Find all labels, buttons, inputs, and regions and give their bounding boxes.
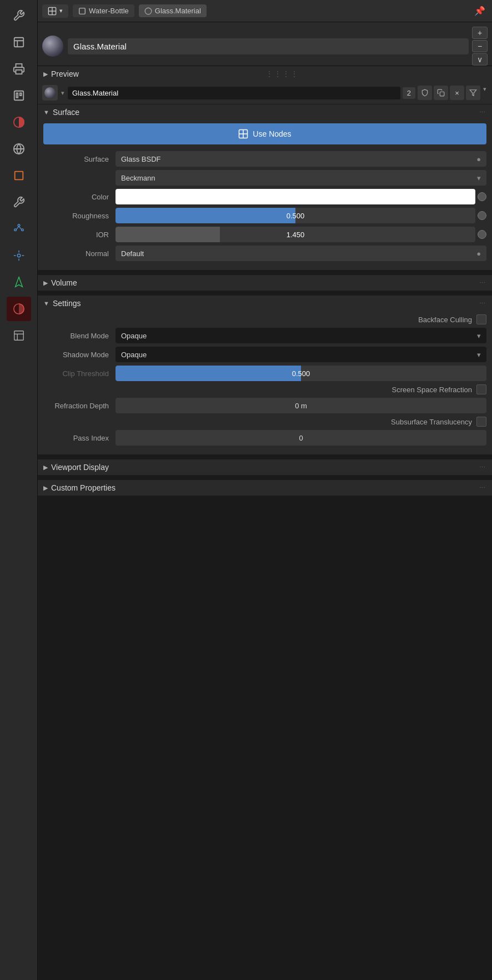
pass-index-input[interactable]: 0	[116, 430, 486, 446]
editor-type-button[interactable]: ▾	[42, 4, 68, 18]
ior-label: IOR	[43, 231, 116, 239]
settings-section-content: Backface Culling Blend Mode Opaque ▾ Sha…	[38, 311, 492, 454]
custom-properties-section-header[interactable]: ▶ Custom Properties ⋯	[38, 480, 492, 496]
sep1	[38, 272, 492, 273]
distribution-row: Beckmann ▾	[43, 170, 486, 186]
volume-drag-dots: ⋯	[479, 279, 486, 287]
use-nodes-button[interactable]: Use Nodes	[43, 123, 486, 144]
sidebar-icon-constraints[interactable]	[7, 270, 31, 294]
material-name-input[interactable]	[68, 38, 469, 54]
sidebar-icon-scene[interactable]	[7, 30, 31, 54]
svg-line-12	[19, 226, 22, 229]
volume-section-header[interactable]: ▶ Volume ⋯	[38, 275, 492, 291]
material-dropdown-button[interactable]: ∨	[472, 53, 488, 66]
sidebar-icon-world[interactable]	[7, 137, 31, 161]
roughness-dot[interactable]	[478, 211, 486, 220]
subsurface-translucency-row: Subsurface Translucency	[43, 417, 486, 427]
pass-index-control: 0	[116, 430, 486, 446]
subsurface-translucency-checkbox[interactable]	[476, 417, 486, 427]
material-sphere-icon[interactable]	[42, 85, 58, 101]
clip-threshold-control: 0.500	[116, 366, 486, 381]
roughness-row: Roughness 0.500	[43, 208, 486, 223]
custom-properties-arrow: ▶	[43, 484, 48, 492]
use-nodes-label: Use Nodes	[253, 129, 291, 138]
sep4	[38, 477, 492, 478]
material-selector-row: ▾ 2 × ▾	[38, 82, 492, 104]
sidebar-icon-object[interactable]	[7, 163, 31, 188]
pass-index-row: Pass Index 0	[43, 430, 486, 446]
roughness-slider[interactable]: 0.500	[116, 208, 475, 223]
svg-rect-24	[440, 92, 444, 96]
ior-value: 1.450	[287, 231, 305, 239]
viewport-display-arrow: ▶	[43, 464, 48, 471]
ior-slider[interactable]: 1.450	[116, 227, 475, 242]
svg-rect-7	[14, 172, 23, 180]
pin-button[interactable]: 📌	[472, 3, 488, 18]
sidebar	[0, 0, 38, 980]
svg-point-8	[18, 224, 20, 227]
sep2	[38, 293, 492, 293]
material-filter-button[interactable]	[466, 86, 480, 100]
backface-culling-checkbox[interactable]	[476, 314, 486, 324]
sidebar-icon-material[interactable]	[7, 297, 31, 321]
material-shield-button[interactable]	[418, 86, 432, 100]
refraction-depth-input[interactable]: 0 m	[116, 398, 486, 413]
water-bottle-tab[interactable]: Water-Bottle	[73, 4, 134, 17]
material-sphere-preview	[42, 36, 63, 57]
ior-fill	[116, 227, 220, 242]
svg-marker-14	[15, 277, 22, 287]
settings-section-header[interactable]: ▼ Settings ⋯	[38, 296, 492, 311]
filter-dropdown-arrow[interactable]: ▾	[482, 86, 488, 100]
normal-dot: ●	[476, 249, 481, 258]
distribution-dropdown[interactable]: Beckmann ▾	[116, 170, 486, 186]
sidebar-icon-tools[interactable]	[7, 3, 31, 28]
material-selector-input[interactable]	[68, 87, 400, 99]
roughness-fill	[116, 208, 295, 223]
surface-section-content: Use Nodes Surface Glass BSDF ● Beckmann …	[38, 120, 492, 270]
sidebar-icon-physics[interactable]	[7, 243, 31, 268]
sidebar-icon-modifier[interactable]	[7, 190, 31, 214]
roughness-control: 0.500	[116, 208, 486, 223]
material-close-button[interactable]: ×	[450, 86, 464, 100]
water-bottle-label: Water-Bottle	[89, 7, 129, 15]
sidebar-icon-view[interactable]	[7, 83, 31, 108]
svg-rect-4	[19, 93, 21, 96]
ior-dot[interactable]	[478, 230, 486, 239]
backface-culling-row: Backface Culling	[43, 314, 486, 324]
clip-threshold-row: Clip Threshold 0.500	[43, 366, 486, 381]
surface-drag-dots: ⋯	[479, 109, 486, 116]
material-copy-button[interactable]	[434, 86, 448, 100]
surface-value: Glass BSDF	[121, 155, 161, 163]
ssr-checkbox[interactable]	[476, 384, 486, 394]
surface-control: Glass BSDF ●	[116, 151, 486, 167]
glass-material-tab[interactable]: Glass.Material	[139, 4, 207, 17]
surface-dropdown[interactable]: Glass BSDF ●	[116, 151, 486, 167]
color-control	[116, 189, 486, 204]
svg-point-10	[21, 229, 23, 231]
blend-mode-value: Opaque	[121, 332, 147, 340]
svg-rect-22	[79, 8, 86, 14]
ior-control: 1.450	[116, 227, 486, 242]
color-dot[interactable]	[478, 192, 486, 201]
viewport-display-section-header[interactable]: ▶ Viewport Display ⋯	[38, 459, 492, 475]
svg-rect-1	[16, 70, 22, 74]
color-swatch[interactable]	[116, 189, 475, 204]
clip-threshold-slider[interactable]: 0.500	[116, 366, 486, 381]
preview-title: Preview	[51, 69, 79, 78]
material-add-button[interactable]: +	[472, 27, 488, 39]
sidebar-icon-particles[interactable]	[7, 217, 31, 241]
material-remove-button[interactable]: −	[472, 40, 488, 52]
roughness-value: 0.500	[287, 212, 305, 220]
sidebar-icon-output[interactable]	[7, 57, 31, 81]
blend-mode-dropdown[interactable]: Opaque ▾	[116, 328, 486, 343]
pass-index-value: 0	[299, 434, 303, 442]
normal-dropdown[interactable]: Default ●	[116, 246, 486, 261]
shadow-mode-dropdown[interactable]: Opaque ▾	[116, 347, 486, 362]
preview-section-header[interactable]: ▶ Preview ⋮⋮⋮⋮	[38, 66, 492, 82]
surface-section-header[interactable]: ▼ Surface ⋯	[38, 104, 492, 120]
surface-dropdown-circle: ●	[476, 155, 481, 163]
settings-title: Settings	[53, 299, 81, 308]
sidebar-icon-data[interactable]	[7, 323, 31, 348]
sidebar-icon-compositor[interactable]	[7, 110, 31, 134]
mat-selector-dropdown-arrow[interactable]: ▾	[60, 89, 66, 97]
